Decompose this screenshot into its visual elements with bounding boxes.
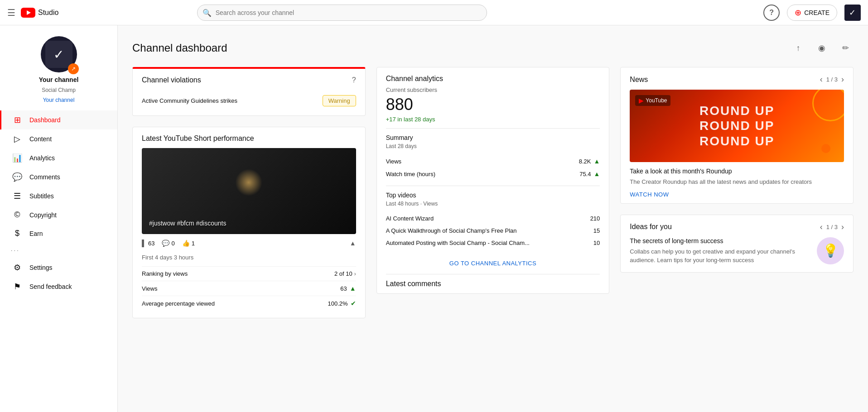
roundup-yt-badge: ▶ YouTube xyxy=(635,95,670,106)
live-button[interactable]: ◉ xyxy=(814,40,830,56)
short-light-effect xyxy=(235,169,262,196)
channel-avatar: ✓ ↗ xyxy=(41,36,77,72)
watch-time-metric-row: Watch time (hours) 75.4 ▲ xyxy=(386,168,600,180)
watch-time-value: 75.4 ▲ xyxy=(579,170,600,177)
views-label: Views xyxy=(142,285,157,292)
ideas-nav: ‹ 1 / 3 › xyxy=(820,222,844,232)
ideas-title: Ideas for you xyxy=(630,223,672,231)
help-button[interactable]: ? xyxy=(763,5,780,21)
latest-comments-title: Latest comments xyxy=(386,280,600,288)
ideas-prev-button[interactable]: ‹ xyxy=(820,222,823,232)
roundup-yt-text: YouTube xyxy=(646,97,667,104)
analytics-header: Channel analytics xyxy=(377,67,609,86)
channel-info: ✓ ↗ Your channel Social Champ Your chann… xyxy=(0,33,117,110)
upload-button[interactable]: ↑ xyxy=(790,40,806,56)
comments-bubble-icon: 💬 xyxy=(162,240,169,247)
video-title-3: Automated Posting with Social Champ - So… xyxy=(386,240,590,246)
news-next-button[interactable]: › xyxy=(841,75,844,84)
sidebar-item-subtitles[interactable]: ☰ Subtitles xyxy=(0,187,117,206)
comments-icon: 💬 xyxy=(12,172,22,182)
news-body: Take a look at this month's Roundup The … xyxy=(621,162,853,203)
violations-card: Channel violations ? Active Community Gu… xyxy=(132,67,366,116)
sidebar-item-earn[interactable]: $ Earn xyxy=(0,224,117,243)
short-likes-stat: 👍 1 xyxy=(182,240,195,247)
watch-now-link[interactable]: WATCH NOW xyxy=(630,191,844,198)
views-metric-up-icon: ▲ xyxy=(593,158,600,165)
earn-label: Earn xyxy=(29,230,43,237)
news-image: ▶ YouTube ROUND UP ROUND UP ROUND UP xyxy=(630,90,844,162)
views-bar-icon: ▌ xyxy=(142,240,146,247)
short-thumbnail-bg: #justwow #bfcm #discounts xyxy=(142,148,356,234)
sidebar-item-feedback[interactable]: ⚑ Send feedback xyxy=(0,277,117,296)
ranking-row: Ranking by views 2 of 10 › xyxy=(142,266,356,281)
likes-thumb-icon: 👍 xyxy=(182,240,190,247)
video-title-2: A Quick Walkthrough of Social Champ's Fr… xyxy=(386,227,590,234)
nav-more[interactable]: · · · xyxy=(0,243,117,258)
earn-icon: $ xyxy=(12,229,22,238)
video-views-1: 210 xyxy=(590,215,600,222)
ideas-next-button[interactable]: › xyxy=(841,222,844,232)
latest-comments-section: Latest comments xyxy=(377,274,609,293)
violations-card-header: Channel violations ? xyxy=(133,69,365,90)
sidebar-item-copyright[interactable]: © Copyright xyxy=(0,206,117,224)
page-header: Channel dashboard ↑ ◉ ✏ xyxy=(132,40,854,56)
views-up-icon: ▲ xyxy=(350,285,356,292)
ideas-article-desc: Collabs can help you to get creative and… xyxy=(630,247,811,265)
channel-analytics-link[interactable]: GO TO CHANNEL ANALYTICS xyxy=(377,254,609,274)
create-button[interactable]: ⊕ CREATE xyxy=(787,5,837,21)
news-article-desc: The Creator Roundup has all the latest n… xyxy=(630,177,844,187)
avatar[interactable]: ✓ xyxy=(844,5,861,21)
avg-pct-check-icon: ✔ xyxy=(351,300,356,307)
sidebar-item-dashboard[interactable]: ⊞ Dashboard xyxy=(0,110,117,129)
expand-button[interactable]: ▲ xyxy=(350,240,356,247)
sidebar-item-analytics[interactable]: 📊 Analytics xyxy=(0,149,117,168)
studio-label: Studio xyxy=(38,9,58,17)
channel-name: Your channel xyxy=(39,76,79,83)
page-actions: ↑ ◉ ✏ xyxy=(790,40,854,56)
views-metric-value: 8.2K ▲ xyxy=(579,158,600,165)
subscribers-change: +17 in last 28 days xyxy=(386,116,600,123)
sidebar-item-content[interactable]: ▷ Content xyxy=(0,129,117,149)
channel-link[interactable]: Your channel xyxy=(43,97,75,103)
ideas-body: The secrets of long-term success Collabs… xyxy=(621,237,853,272)
warning-badge: Warning xyxy=(323,95,356,106)
roundup-decor-dot xyxy=(821,144,830,153)
analytics-label: Analytics xyxy=(29,154,55,162)
yt-logo[interactable]: Studio xyxy=(21,8,58,18)
watch-time-label: Watch time (hours) xyxy=(386,171,435,177)
copyright-icon: © xyxy=(12,210,22,220)
youtube-icon xyxy=(21,8,35,18)
summary-section: Summary Last 28 days Views 8.2K ▲ Watch … xyxy=(377,129,609,186)
trending-icon: ↗ xyxy=(68,63,79,74)
ranking-arrow: › xyxy=(354,271,356,277)
views-metric-label: Views xyxy=(386,158,401,165)
analytics-card: Channel analytics Current subscribers 88… xyxy=(376,67,610,294)
views-value: 63 ▲ xyxy=(340,285,356,292)
video-row-1: AI Content Wizard 210 xyxy=(386,212,600,225)
news-nav-current: 1 / 3 xyxy=(826,76,838,83)
layout: ✓ ↗ Your channel Social Champ Your chann… xyxy=(0,25,868,412)
violation-text: Active Community Guidelines strikes xyxy=(142,97,237,104)
news-prev-button[interactable]: ‹ xyxy=(820,75,823,84)
views-metric-row: Views 8.2K ▲ xyxy=(386,155,600,168)
analytics-icon: 📊 xyxy=(12,153,22,163)
news-title: News xyxy=(630,76,648,84)
violations-help-icon[interactable]: ? xyxy=(352,76,356,84)
sidebar-item-comments[interactable]: 💬 Comments xyxy=(0,168,117,187)
subtitles-icon: ☰ xyxy=(12,191,22,201)
roundup-decor-circle xyxy=(812,90,844,121)
short-stats: ▌ 63 💬 0 👍 1 ▲ xyxy=(133,234,365,252)
short-thumbnail[interactable]: #justwow #bfcm #discounts xyxy=(142,148,356,234)
edit-button[interactable]: ✏ xyxy=(837,40,854,56)
short-views-count: 63 xyxy=(148,240,154,247)
ideas-nav-current: 1 / 3 xyxy=(826,224,838,230)
roundup-text: ROUND UP ROUND UP ROUND UP xyxy=(699,103,774,149)
search-input[interactable] xyxy=(197,5,487,21)
short-comments-count: 0 xyxy=(171,240,174,247)
ranking-label: Ranking by views xyxy=(142,270,188,277)
short-views-stat: ▌ 63 xyxy=(142,240,154,247)
news-article-title: Take a look at this month's Roundup xyxy=(630,168,844,175)
channel-avatar-img: ✓ xyxy=(45,41,72,68)
hamburger-button[interactable]: ☰ xyxy=(7,7,15,18)
sidebar-item-settings[interactable]: ⚙ Settings xyxy=(0,258,117,277)
